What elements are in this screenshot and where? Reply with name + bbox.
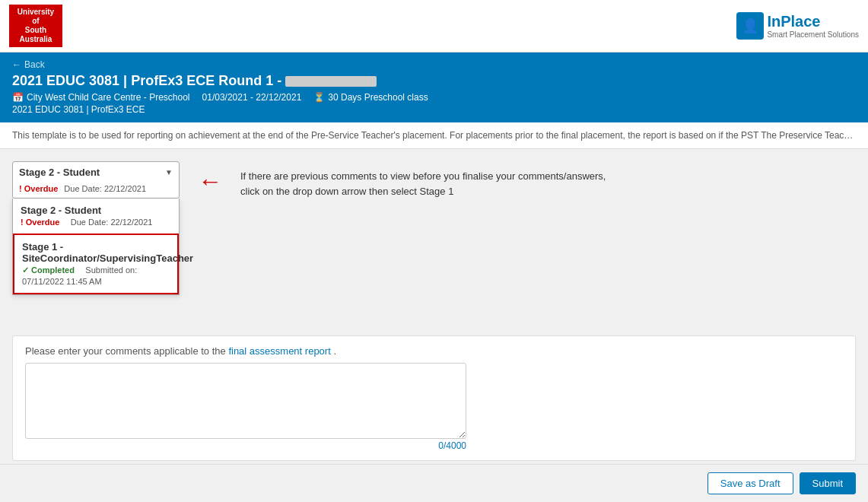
- info-text-banner: This template is to be used for reportin…: [0, 122, 868, 149]
- stage-dropdown-menu: Stage 2 - Student ! Overdue Due Date: 22…: [12, 199, 180, 295]
- inplace-brand: InPlace: [767, 13, 820, 30]
- due-date-label: Due Date: 22/12/2021: [64, 184, 146, 193]
- final-assessment-link[interactable]: final assessment report: [228, 345, 330, 357]
- comments-label: Please enter your comments applicable to…: [25, 345, 843, 357]
- header-meta: 📅 City West Child Care Centre - Preschoo…: [12, 92, 856, 103]
- dropdown-item-stage1-title: Stage 1 - SiteCoordinator/SupervisingTea…: [22, 241, 170, 264]
- unisa-logo-area: University of South Australia: [9, 5, 62, 47]
- header-days: ⏳ 30 Days Preschool class: [313, 92, 428, 103]
- dropdown-item-stage2-overdue: ! Overdue: [21, 218, 59, 227]
- comments-section-card: Please enter your comments applicable to…: [12, 335, 856, 461]
- stage-dropdown-meta: ! Overdue Due Date: 22/12/2021: [13, 183, 179, 198]
- dropdown-item-stage1-status: ✓ Completed: [22, 265, 75, 275]
- stage-dropdown-title: Stage 2 - Student: [19, 167, 100, 178]
- header-location: 📅 City West Child Care Centre - Preschoo…: [12, 92, 190, 103]
- stage-dropdown-container: Stage 2 - Student ▼ ! Overdue Due Date: …: [12, 161, 180, 199]
- comments-section-body: Please enter your comments applicable to…: [13, 336, 855, 460]
- unisa-logo: University of South Australia: [9, 5, 62, 47]
- dropdown-item-stage2-title: Stage 2 - Student: [21, 205, 171, 216]
- footer: Save as Draft Submit: [0, 464, 868, 502]
- dropdown-item-stage2[interactable]: Stage 2 - Student ! Overdue Due Date: 22…: [13, 199, 179, 234]
- red-arrow-indicator: ←: [198, 169, 222, 193]
- page-title: 2021 EDUC 3081 | ProfEx3 ECE Round 1 -: [12, 73, 856, 89]
- inplace-tagline: Smart Placement Solutions: [767, 30, 859, 39]
- calendar-icon: 📅: [12, 92, 24, 103]
- save-draft-button[interactable]: Save as Draft: [707, 472, 793, 494]
- submit-button[interactable]: Submit: [800, 472, 856, 494]
- stage-selector-row: Stage 2 - Student ▼ ! Overdue Due Date: …: [12, 161, 856, 199]
- comments-textarea[interactable]: [25, 363, 466, 439]
- back-link[interactable]: ← Back: [12, 59, 45, 70]
- inplace-logo-text: InPlace Smart Placement Solutions: [767, 13, 859, 39]
- stage-dropdown[interactable]: Stage 2 - Student ▼ ! Overdue Due Date: …: [12, 161, 180, 199]
- main-content: Stage 2 - Student ▼ ! Overdue Due Date: …: [0, 149, 868, 502]
- header-subtitle: 2021 EDUC 3081 | ProfEx3 ECE: [12, 104, 856, 115]
- clock-icon: ⏳: [313, 92, 325, 103]
- dropdown-arrow-icon: ▼: [165, 168, 173, 176]
- dropdown-item-stage2-due: Due Date: 22/12/2021: [71, 218, 153, 227]
- blurred-name: [285, 76, 377, 87]
- inplace-logo-icon: 👤: [736, 12, 764, 40]
- char-count: 0/4000: [25, 440, 466, 451]
- stage-hint-text: If there are previous comments to view b…: [240, 169, 621, 199]
- overdue-badge: ! Overdue: [19, 184, 58, 193]
- back-arrow-icon: ←: [12, 59, 21, 70]
- header-dates: 01/03/2021 - 22/12/2021: [202, 92, 302, 103]
- dropdown-item-stage1[interactable]: Stage 1 - SiteCoordinator/SupervisingTea…: [13, 234, 179, 294]
- stage-dropdown-header: Stage 2 - Student ▼: [13, 162, 179, 183]
- inplace-logo: 👤 InPlace Smart Placement Solutions: [736, 12, 859, 40]
- page-header: ← Back 2021 EDUC 3081 | ProfEx3 ECE Roun…: [0, 52, 868, 122]
- top-bar: University of South Australia 👤 InPlace …: [0, 0, 868, 52]
